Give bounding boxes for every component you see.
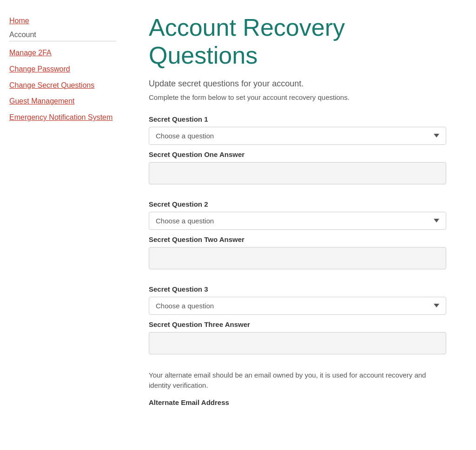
secret-question-3-section: Secret Question 3 Choose a question What… [149,285,453,356]
question2-label: Secret Question 2 [149,200,453,208]
secret-question-2-section: Secret Question 2 Choose a question What… [149,200,453,271]
answer2-input[interactable] [149,247,446,269]
question1-label: Secret Question 1 [149,115,453,123]
sidebar-item-guest-management[interactable]: Guest Management [9,93,116,110]
main-content: Account Recovery Questions Update secret… [126,0,476,450]
sidebar-item-change-password[interactable]: Change Password [9,61,116,78]
question1-select[interactable]: Choose a question What is your mother's … [149,127,446,145]
page-title: Account Recovery Questions [149,14,453,70]
page-subtitle: Update secret questions for your account… [149,79,453,89]
sidebar: Home Account Manage 2FA Change Password … [0,0,126,450]
sidebar-home-link[interactable]: Home [9,14,116,28]
alternate-email-note: Your alternate email should be an email … [149,370,446,391]
page-description: Complete the form below to set your acco… [149,93,453,101]
question2-select[interactable]: Choose a question What is your mother's … [149,212,446,230]
question3-select[interactable]: Choose a question What is your mother's … [149,297,446,315]
answer1-label: Secret Question One Answer [149,150,453,158]
answer2-label: Secret Question Two Answer [149,235,453,243]
question3-label: Secret Question 3 [149,285,453,293]
secret-question-1-section: Secret Question 1 Choose a question What… [149,115,453,186]
sidebar-item-manage-2fa[interactable]: Manage 2FA [9,45,116,61]
sidebar-account-label: Account [9,28,116,41]
sidebar-item-change-secret-questions[interactable]: Change Secret Questions [9,78,116,94]
answer3-label: Secret Question Three Answer [149,320,453,328]
answer1-input[interactable] [149,162,446,184]
alternate-email-label: Alternate Email Address [149,398,453,406]
answer3-input[interactable] [149,332,446,354]
sidebar-item-emergency-notification-system[interactable]: Emergency Notification System [9,110,116,126]
